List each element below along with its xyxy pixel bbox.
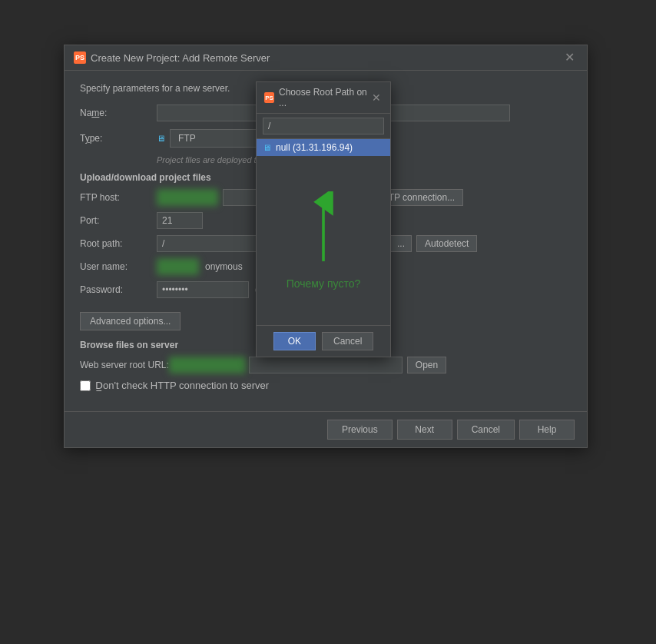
autodetect-button[interactable]: Autodetect [416, 235, 477, 252]
password-label: Password: [80, 284, 157, 295]
next-button[interactable]: Next [397, 420, 452, 440]
root-tree-item[interactable]: 🖥 null (31.31.196.94) [257, 139, 390, 156]
main-dialog-title: Create New Project: Add Remote Server [91, 52, 270, 64]
http-check-input[interactable] [80, 380, 91, 391]
web-url-input[interactable] [249, 357, 403, 373]
root-dialog-footer: OK Cancel [257, 325, 390, 357]
type-label: Type: [80, 133, 157, 144]
main-close-button[interactable]: ✕ [562, 51, 578, 64]
web-url-row: Web server root URL: Open [80, 357, 572, 373]
username-label: User name: [80, 261, 157, 272]
http-check-row: D̲on't check HTTP connection to server [80, 380, 572, 391]
cancel-button[interactable]: Cancel [457, 420, 515, 440]
password-input[interactable] [157, 281, 249, 298]
ftp-type-icon: 🖥 [157, 134, 165, 143]
root-ok-button[interactable]: OK [273, 332, 316, 350]
root-titlebar-left: PS Choose Root Path on ... [264, 87, 370, 108]
empty-text: Почему пусто? [287, 277, 361, 290]
ftp-folder-icon: 🖥 [263, 143, 271, 152]
root-ps-icon: PS [264, 92, 274, 103]
root-path-dialog: PS Choose Root Path on ... ✕ 🖥 null (31.… [256, 81, 391, 357]
advanced-options-button[interactable]: Advanced options... [80, 312, 181, 330]
root-dialog-title: Choose Root Path on ... [279, 87, 370, 108]
open-button[interactable]: Open [407, 357, 446, 373]
ftp-host-blur [157, 189, 218, 206]
username-blur [157, 258, 199, 275]
ps-icon: PS [74, 51, 86, 64]
root-path-label: Root path: [80, 238, 157, 249]
titlebar-left: PS Create New Project: Add Remote Server [74, 51, 270, 64]
port-label: Port: [80, 215, 157, 226]
web-url-label: Web server root URL: [80, 360, 169, 370]
root-close-button[interactable]: ✕ [370, 92, 383, 103]
help-button[interactable]: Help [519, 420, 575, 440]
anon-label: onymous [205, 261, 243, 272]
port-input[interactable] [157, 212, 203, 229]
previous-button[interactable]: Previous [327, 420, 393, 440]
web-url-blur [169, 357, 246, 373]
tree-item-label: null (31.31.196.94) [276, 142, 353, 153]
root-path-bar [257, 114, 390, 139]
main-dialog-footer: Previous Next Cancel Help [65, 411, 587, 447]
root-dialog-titlebar: PS Choose Root Path on ... ✕ [257, 82, 390, 114]
http-check-label: D̲on't check HTTP connection to server [95, 380, 269, 391]
up-arrow-icon [300, 191, 346, 268]
root-empty-area: Почему пусто? [257, 156, 390, 325]
main-dialog-titlebar: PS Create New Project: Add Remote Server… [65, 45, 587, 71]
browse-root-button[interactable]: ... [390, 235, 412, 252]
ftp-host-label: FTP host: [80, 192, 157, 203]
root-cancel-button[interactable]: Cancel [322, 332, 373, 350]
root-path-field[interactable] [263, 118, 384, 134]
name-label: Name: [80, 108, 157, 118]
